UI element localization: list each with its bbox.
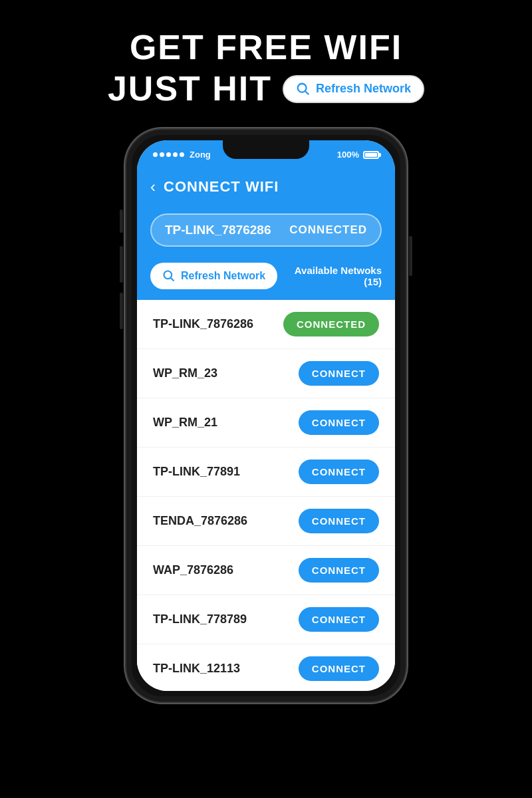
svg-point-0: [298, 83, 307, 92]
power-button: [409, 236, 412, 276]
network-name: TP-LINK_12113: [153, 662, 240, 676]
network-name: WAP_7876286: [153, 563, 233, 577]
refresh-row: Refresh Network Available Netwoks (15): [137, 257, 395, 300]
network-name: TP-LINK_77891: [153, 465, 240, 479]
notch: [223, 140, 309, 159]
connect-button[interactable]: CONNECT: [299, 656, 379, 681]
volume-up-button: [120, 246, 123, 283]
signal-dot-4: [173, 152, 178, 157]
connected-network-box: TP-LINK_7876286 CONNECTED: [150, 213, 382, 247]
status-bar: Zong 100%: [137, 140, 395, 170]
network-name: WP_RM_23: [153, 366, 217, 380]
signal-dots: [153, 152, 184, 157]
available-line1: Available Netwoks: [295, 265, 382, 276]
connect-button[interactable]: CONNECT: [299, 607, 379, 632]
back-button[interactable]: ‹: [150, 178, 156, 196]
network-item: WP_RM_21CONNECT: [137, 398, 395, 448]
status-left: Zong: [153, 150, 211, 160]
signal-dot-3: [166, 152, 171, 157]
phone-mockup: Zong 100% ‹ CONNECT WIFI TP-LINK_7876286: [126, 130, 406, 702]
signal-dot-5: [180, 152, 184, 157]
connected-network-name: TP-LINK_7876286: [165, 223, 271, 237]
network-item: TP-LINK_12113CONNECT: [137, 644, 395, 691]
phone-screen: Zong 100% ‹ CONNECT WIFI TP-LINK_7876286: [137, 140, 395, 691]
connected-bar: TP-LINK_7876286 CONNECTED: [137, 207, 395, 257]
svg-line-1: [305, 91, 309, 94]
mute-button: [120, 209, 123, 233]
connect-button[interactable]: CONNECT: [299, 361, 379, 386]
header-line1: GET FREE WIFI: [108, 27, 424, 68]
status-right: 100%: [337, 150, 379, 160]
carrier-name: Zong: [190, 150, 211, 160]
svg-line-3: [171, 278, 174, 281]
search-icon: [296, 82, 311, 96]
network-item: TP-LINK_77891CONNECT: [137, 448, 395, 497]
network-item: TP-LINK_7876286CONNECTED: [137, 300, 395, 349]
network-name: TP-LINK_7876286: [153, 317, 253, 331]
app-header: ‹ CONNECT WIFI: [137, 170, 395, 207]
refresh-network-button[interactable]: Refresh Network: [150, 263, 277, 289]
battery-fill: [365, 153, 377, 157]
phone-frame: Zong 100% ‹ CONNECT WIFI TP-LINK_7876286: [126, 130, 406, 702]
network-item: TP-LINK_778789CONNECT: [137, 595, 395, 644]
signal-dot-1: [153, 152, 158, 157]
network-item: WAP_7876286CONNECT: [137, 546, 395, 595]
svg-point-2: [164, 271, 172, 279]
header-line2: JUST HIT: [108, 68, 272, 109]
network-list: TP-LINK_7876286CONNECTEDWP_RM_23CONNECTW…: [137, 300, 395, 691]
network-item: TENDA_7876286CONNECT: [137, 497, 395, 546]
available-networks-label: Available Netwoks (15): [295, 265, 382, 287]
network-name: TP-LINK_778789: [153, 612, 247, 626]
battery-icon: [363, 151, 379, 159]
connected-status-label: CONNECTED: [289, 223, 367, 237]
volume-down-button: [120, 293, 123, 329]
connect-button[interactable]: CONNECT: [299, 410, 379, 435]
promo-header: GET FREE WIFI JUST HIT Refresh Network: [108, 27, 424, 110]
network-name: WP_RM_21: [153, 416, 217, 430]
refresh-button-label: Refresh Network: [181, 270, 265, 282]
header-refresh-label: Refresh Network: [316, 82, 411, 96]
connect-button[interactable]: CONNECT: [299, 558, 379, 583]
header-refresh-badge[interactable]: Refresh Network: [283, 75, 424, 103]
signal-dot-2: [160, 152, 164, 157]
connect-button[interactable]: CONNECT: [299, 460, 379, 484]
connect-button[interactable]: CONNECT: [299, 509, 379, 533]
network-name: TENDA_7876286: [153, 514, 247, 528]
network-item: WP_RM_23CONNECT: [137, 349, 395, 398]
search-icon-btn: [162, 269, 176, 283]
available-count: (15): [364, 276, 382, 287]
connected-button[interactable]: CONNECTED: [283, 312, 379, 336]
app-title: CONNECT WIFI: [164, 178, 279, 196]
battery-percentage: 100%: [337, 150, 359, 160]
